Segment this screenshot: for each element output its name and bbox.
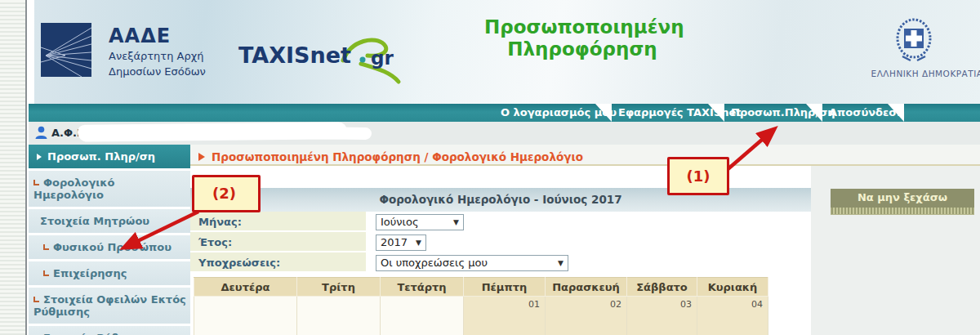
calendar-day-cell [381, 297, 464, 335]
caret-down-icon: ▼ [416, 239, 421, 247]
page-left-margin [0, 0, 27, 335]
sidebar-item-natural-person[interactable]: Φυσικού Προσώπου [29, 235, 190, 261]
taxisnet-wordmark: TAXISnet [238, 42, 351, 68]
aade-logo [41, 23, 91, 77]
weekday-saturday: Σάββατο [627, 278, 697, 297]
year-select[interactable]: 2017 ▼ [376, 234, 426, 251]
sidebar-item-arrangement-details[interactable]: Στοιχεία Ρύθμισης [29, 326, 190, 335]
reminder-title: Να μην ξεχάσω [831, 189, 974, 208]
form-value-cell: Ιούνιος ▼ [366, 212, 811, 231]
sidebar-item-label: Στοιχεία Ρύθμισης [43, 332, 153, 335]
navbar-spacer [904, 104, 980, 122]
aade-subtitle-2: Δημοσίων Εσόδων [109, 65, 206, 78]
calendar-table: Δευτέρα Τρίτη Τετάρτη Πέμπτη Παρασκευή Σ… [194, 277, 768, 335]
calendar-day-cell-01[interactable]: 01 [464, 297, 546, 335]
obligations-select-value: Οι υποχρεώσεις μου [381, 257, 488, 269]
page-title: Προσωποποιημένη Πληροφόρηση [484, 16, 680, 60]
elbow-icon [33, 180, 39, 185]
month-select[interactable]: Ιούνιος ▼ [376, 214, 464, 230]
month-label: Μήνας: [190, 212, 366, 231]
breadcrumb-text[interactable]: Προσωποποιημένη Πληροφόρηση / Φορολογικό… [212, 150, 583, 163]
nav-tab-taxisnet-apps[interactable]: Εφαρμογές TAXISnet [612, 104, 708, 122]
content: ΑΑΔΕ Ανεξάρτητη Αρχή Δημοσίων Εσόδων TAX… [29, 0, 980, 335]
weekday-sunday: Κυριακή [697, 278, 768, 297]
sidebar: Προσωπ. Πληρ/ση Φορολογικό Ημερολόγιο Στ… [29, 145, 190, 335]
right-column: Να μην ξεχάσω [811, 166, 980, 335]
form-row-month: Μήνας: Ιούνιος ▼ [190, 212, 811, 232]
aade-text-block: ΑΑΔΕ Ανεξάρτητη Αρχή Δημοσίων Εσόδων [109, 25, 206, 78]
elbow-icon [43, 270, 49, 276]
year-label: Έτος: [190, 232, 366, 252]
main-area: Προσωποποιημένη Πληροφόρηση / Φορολογικό… [190, 145, 980, 335]
calendar-week-row: 01 02 03 04 [194, 297, 768, 335]
body: Προσωπ. Πληρ/ση Φορολογικό Ημερολόγιο Στ… [29, 145, 980, 335]
weekday-monday: Δευτέρα [194, 278, 297, 297]
annotation-label-1: (1) [667, 157, 729, 195]
page-title-line2: Πληροφόρηση [484, 38, 680, 60]
sidebar-item-personal-info[interactable]: Προσωπ. Πληρ/ση [29, 145, 190, 171]
aade-subtitle-1: Ανεξάρτητη Αρχή [109, 50, 206, 63]
nav-tab-personal-info[interactable]: Προσωπ.Πληρ/ση [724, 104, 806, 122]
calendar-header-row: Δευτέρα Τρίτη Τετάρτη Πέμπτη Παρασκευή Σ… [194, 278, 768, 297]
elbow-icon [43, 244, 49, 250]
month-select-value: Ιούνιος [381, 216, 419, 228]
obligations-label: Υποχρεώσεις: [190, 252, 366, 272]
user-info-bar: Α.Φ.Μ. [29, 122, 980, 145]
calendar-day-cell-03[interactable]: 03 [627, 297, 697, 335]
caret-down-icon: ▼ [453, 218, 459, 226]
hellenic-republic-emblem [894, 16, 933, 64]
reminder-widget: Να μην ξεχάσω [831, 189, 974, 215]
sidebar-item-label: Προσωπ. Πληρ/ση [47, 150, 155, 163]
sidebar-item-label: Στοιχεία Μητρώου [40, 215, 149, 227]
user-icon [35, 126, 47, 140]
annotation-label-2: (2) [192, 175, 261, 212]
weekday-wednesday: Τετάρτη [381, 278, 464, 297]
calendar-day-cell-02[interactable]: 02 [546, 297, 627, 335]
taxisnet-logo: TAXISnet gr [238, 36, 410, 85]
form-value-cell: Οι υποχρεώσεις μου ▼ [366, 252, 811, 272]
weekday-tuesday: Τρίτη [297, 278, 381, 297]
header: ΑΑΔΕ Ανεξάρτητη Αρχή Δημοσίων Εσόδων TAX… [34, 0, 980, 104]
caret-down-icon: ▼ [558, 259, 564, 267]
top-navbar: Ο λογαριασμός μου Εφαρμογές TAXISnet Προ… [29, 104, 980, 122]
aade-acronym: ΑΑΔΕ [109, 25, 206, 47]
form-row-obligations: Υποχρεώσεις: Οι υποχρεώσεις μου ▼ [190, 252, 811, 273]
year-select-value: 2017 [381, 236, 408, 248]
nav-tab-logout[interactable]: Αποσύνδεση [822, 104, 888, 122]
obligations-select[interactable]: Οι υποχρεώσεις μου ▼ [376, 255, 568, 271]
weekday-friday: Παρασκευή [546, 278, 627, 297]
reminder-strip [831, 208, 974, 215]
sidebar-item-label: Στοιχεία Οφειλών Εκτός Ρύθμισης [33, 293, 186, 318]
calendar-day-cell-04[interactable]: 04 [697, 297, 768, 335]
arrow-right-icon [198, 153, 205, 161]
page: ΑΑΔΕ Ανεξάρτητη Αρχή Δημοσίων Εσόδων TAX… [0, 0, 980, 335]
sidebar-item-label: Επιχείρησης [53, 267, 127, 279]
navbar-filler [29, 104, 494, 122]
arrow-right-icon [37, 154, 42, 160]
sidebar-item-label: Φυσικού Προσώπου [53, 241, 172, 253]
form-value-cell: 2017 ▼ [366, 232, 811, 252]
emblem-caption: ΕΛΛΗΝΙΚΗ ΔΗΜΟΚΡΑΤΙΑ [853, 69, 980, 78]
sidebar-item-tax-calendar[interactable]: Φορολογικό Ημερολόγιο [29, 171, 190, 209]
page-title-line1: Προσωποποιημένη [484, 16, 680, 38]
sidebar-item-business[interactable]: Επιχείρησης [29, 261, 190, 288]
calendar-day-cell [194, 297, 297, 335]
sidebar-item-label: Φορολογικό Ημερολόγιο [33, 176, 114, 201]
sidebar-item-registry-details[interactable]: Στοιχεία Μητρώου [29, 209, 190, 235]
sidebar-item-debts-outside-arrangement[interactable]: Στοιχεία Οφειλών Εκτός Ρύθμισης [29, 288, 190, 326]
nav-tab-my-account[interactable]: Ο λογαριασμός μου [494, 104, 595, 122]
calendar-day-cell [297, 297, 381, 335]
weekday-thursday: Πέμπτη [464, 278, 546, 297]
redaction-scribble [233, 126, 372, 140]
form-row-year: Έτος: 2017 ▼ [190, 232, 811, 252]
taxisnet-tld: gr [371, 47, 394, 69]
breadcrumb: Προσωποποιημένη Πληροφόρηση / Φορολογικό… [190, 145, 980, 166]
elbow-icon [33, 297, 39, 302]
content-row: Φορολογικό Ημερολόγιο - Ιούνιος 2017 Μήν… [190, 166, 980, 335]
